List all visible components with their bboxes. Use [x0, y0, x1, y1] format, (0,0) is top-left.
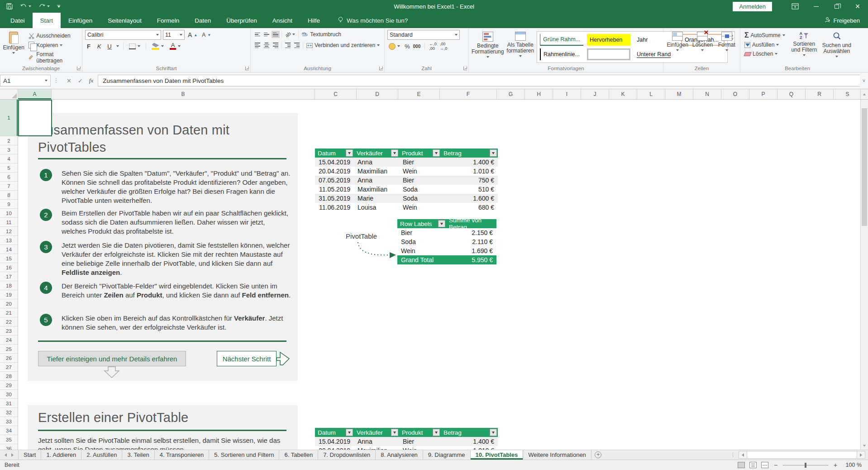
sheet-tab-8-analysieren[interactable]: 8. Analysieren — [376, 450, 423, 460]
conditional-formatting-button[interactable]: Bedingte Formatierung — [472, 30, 504, 64]
filter-button[interactable] — [346, 149, 353, 157]
row-header-27[interactable]: 27 — [0, 363, 18, 372]
increase-font-icon[interactable]: A▲ — [186, 31, 199, 39]
filter-button[interactable] — [346, 429, 353, 436]
row-header-33[interactable]: 33 — [0, 417, 18, 426]
format-cells-button[interactable]: Format — [716, 30, 737, 64]
next-sheet-icon[interactable] — [11, 453, 14, 457]
horizontal-scrollbar[interactable] — [739, 451, 865, 459]
restore-button[interactable] — [826, 0, 847, 13]
paste-button[interactable]: Einfügen — [3, 30, 24, 64]
increase-decimal-icon[interactable]: ←,0,00 — [429, 42, 437, 51]
ribbon-tab-datei[interactable]: Datei — [3, 13, 33, 28]
sheet-tab-1-addieren[interactable]: 1. Addieren — [41, 450, 81, 460]
decrease-font-icon[interactable]: A▼ — [200, 31, 212, 38]
increase-indent-icon[interactable] — [293, 41, 301, 50]
find-select-button[interactable]: Suchen und Auswählen — [822, 30, 852, 64]
column-header-E[interactable]: E — [398, 89, 440, 99]
wrap-text-button[interactable]: ab Textumbruch — [300, 31, 343, 38]
decrease-indent-icon[interactable] — [284, 41, 292, 50]
ribbon-tab-daten[interactable]: Daten — [187, 13, 219, 28]
alignment-dialog-launcher[interactable] — [379, 67, 383, 70]
format-as-table-button[interactable]: Als Tabelle formatieren — [506, 30, 534, 64]
number-format-select[interactable]: Standard — [387, 30, 460, 40]
sheet-tab-7-dropdownlisten[interactable]: 7. Dropdownlisten — [318, 450, 376, 460]
column-header-R[interactable]: R — [806, 89, 834, 99]
row-header-29[interactable]: 29 — [0, 381, 18, 390]
number-dialog-launcher[interactable] — [463, 67, 467, 70]
column-header-A[interactable]: A — [18, 89, 52, 99]
underline-caret[interactable] — [116, 45, 119, 47]
redo-icon[interactable] — [38, 4, 50, 9]
column-header-K[interactable]: K — [609, 89, 637, 99]
row-header-13[interactable]: 13 — [0, 236, 18, 245]
column-header-C[interactable]: C — [315, 89, 357, 99]
details-button[interactable]: Tiefer einsteigen und mehr Details erfah… — [38, 351, 186, 366]
row-header-24[interactable]: 24 — [0, 336, 18, 345]
prev-sheet-icon[interactable] — [5, 453, 7, 457]
new-sheet-button[interactable]: + — [591, 450, 605, 460]
ribbon-tab-ansicht[interactable]: Ansicht — [265, 13, 300, 28]
column-header-L[interactable]: L — [637, 89, 665, 99]
column-header-B[interactable]: B — [52, 89, 315, 99]
cancel-entry-icon[interactable]: ✕ — [67, 77, 72, 84]
filter-button[interactable] — [433, 429, 440, 436]
hscroll-right-button[interactable] — [857, 451, 865, 458]
row-header-35[interactable]: 35 — [0, 435, 18, 444]
zoom-slider[interactable] — [783, 465, 828, 465]
row-header-26[interactable]: 26 — [0, 354, 18, 363]
row-header-6[interactable]: 6 — [0, 173, 18, 182]
row-header-15[interactable]: 15 — [0, 254, 18, 263]
zoom-slider-thumb[interactable] — [805, 463, 806, 468]
column-header-G[interactable]: G — [497, 89, 525, 99]
page-break-view-icon[interactable] — [761, 462, 768, 468]
row-header-5[interactable]: 5 — [0, 163, 18, 173]
orientation-button[interactable]: ab — [284, 31, 296, 38]
close-button[interactable]: × — [847, 0, 868, 13]
cell-style-green-frame[interactable]: Grüne Rahm... — [540, 34, 583, 46]
row-header-14[interactable]: 14 — [0, 245, 18, 254]
hscroll-left-button[interactable] — [739, 451, 747, 458]
insert-function-icon[interactable]: fx — [89, 77, 93, 84]
column-header-I[interactable]: I — [553, 89, 581, 99]
column-header-H[interactable]: H — [525, 89, 553, 99]
bold-button[interactable]: F — [85, 43, 92, 50]
comma-style-button[interactable]: 000 — [413, 44, 421, 49]
row-header-22[interactable]: 22 — [0, 317, 18, 326]
font-family-select[interactable]: Calibri — [85, 30, 161, 40]
column-header-Q[interactable]: Q — [777, 89, 806, 99]
ribbon-tab-einfügen[interactable]: Einfügen — [61, 13, 100, 28]
row-header-36[interactable]: 36 — [0, 444, 18, 450]
name-box[interactable]: A1 — [0, 75, 51, 86]
expand-formula-bar-icon[interactable]: ˅ — [860, 78, 868, 83]
align-right-icon[interactable] — [272, 41, 280, 50]
save-icon[interactable] — [6, 3, 13, 10]
font-color-button[interactable]: A — [168, 42, 182, 50]
formula-input[interactable]: Zusammenfassen von Daten mit PivotTables — [98, 75, 860, 86]
ribbon-tab-start[interactable]: Start — [33, 13, 61, 28]
ribbon-tab-überprüfen[interactable]: Überprüfen — [219, 13, 265, 28]
insert-cells-button[interactable]: Einfügen — [666, 30, 689, 64]
row-header-17[interactable]: 17 — [0, 272, 18, 281]
align-top-icon[interactable] — [253, 31, 262, 38]
row-header-30[interactable]: 30 — [0, 390, 18, 399]
sheet-canvas[interactable]: Zusammenfassen von Daten mit PivotTables… — [18, 100, 860, 450]
selected-cell-a1[interactable] — [18, 100, 52, 136]
column-header-D[interactable]: D — [357, 89, 398, 99]
column-header-F[interactable]: F — [440, 89, 497, 99]
format-painter-button[interactable]: Format übertragen — [27, 51, 79, 64]
vscroll-down-button[interactable] — [861, 442, 868, 450]
tell-me-search[interactable]: Was möchten Sie tun? — [338, 13, 408, 28]
vscroll-top-button[interactable] — [860, 89, 868, 99]
row-header-32[interactable]: 32 — [0, 408, 18, 417]
select-all-corner[interactable] — [0, 89, 18, 99]
column-header-P[interactable]: P — [749, 89, 777, 99]
filter-button[interactable] — [490, 149, 497, 157]
zoom-out-button[interactable]: − — [773, 461, 778, 469]
row-header-21[interactable]: 21 — [0, 308, 18, 317]
copy-button[interactable]: Kopieren — [27, 41, 79, 49]
row-header-11[interactable]: 11 — [0, 218, 18, 227]
cut-button[interactable]: Ausschneiden — [27, 32, 79, 39]
zoom-in-button[interactable]: + — [833, 461, 838, 469]
merge-center-button[interactable]: Verbinden und zentrieren — [305, 42, 381, 49]
